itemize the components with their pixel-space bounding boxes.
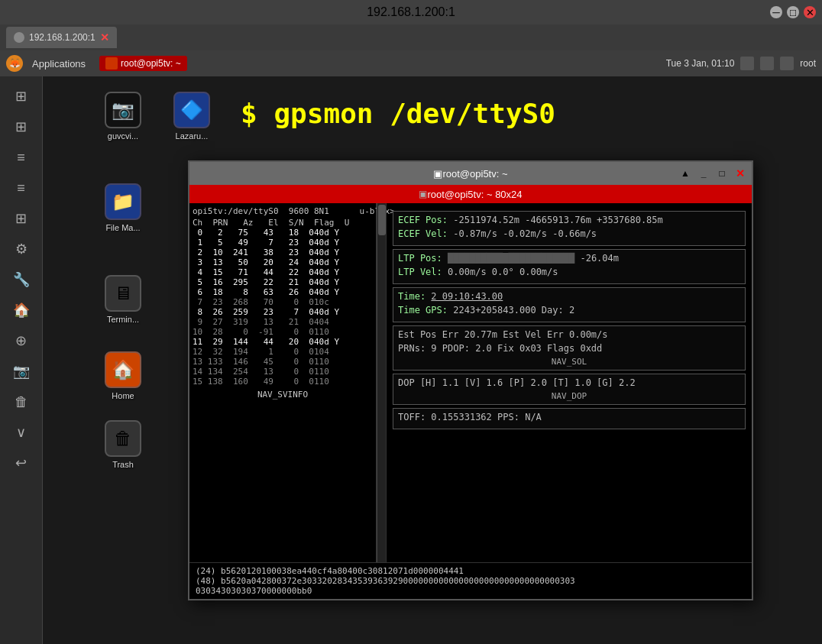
icon-lazarus[interactable]: 🔷 Lazaru...: [161, 92, 222, 141]
menubar-right: Tue 3 Jan, 01:10 root: [666, 57, 816, 70]
sidebar-btn-3[interactable]: ≡: [8, 144, 35, 171]
terminal-label-desktop: Termin...: [107, 315, 139, 324]
icon-terminal[interactable]: 🖥 Termin...: [92, 275, 154, 324]
clock-display: Tue 3 Jan, 01:10: [666, 58, 735, 69]
lazarus-icon: 🔷: [173, 92, 210, 128]
sidebar-btn-9[interactable]: ⊕: [8, 327, 35, 354]
satellite-row: 1 5 49 7 23 040d Y: [193, 238, 373, 248]
satellite-row: 4 15 71 44 22 040d Y: [193, 267, 373, 277]
icon-trash[interactable]: 🗑 Trash: [92, 420, 154, 469]
titlebar: 192.168.1.200:1 ─ □ ✕: [0, 0, 822, 24]
applications-icon: 🦊: [6, 55, 23, 72]
nav-sol-label: NAV_SOL: [398, 357, 740, 367]
gpsmon-menu-label: root@opi5tv: ~ 80x24: [427, 189, 522, 200]
filemanager-label: File Ma...: [105, 223, 140, 232]
hex-line-3: 03034303030370000000bb0: [196, 586, 746, 596]
lazarus-label: Lazaru...: [176, 131, 209, 141]
volume-icon: [780, 57, 794, 70]
tabbar: 192.168.1.200:1 ✕: [0, 24, 822, 50]
terminal-tab[interactable]: root@opi5tv: ~: [99, 56, 187, 71]
gpsmon-close-btn[interactable]: ✕: [733, 167, 747, 180]
sidebar-btn-6[interactable]: ⚙: [8, 235, 35, 263]
time-gps-value: 2243+205843.000 Day: 2: [453, 305, 574, 316]
gpsmon-window-icon: ▣: [433, 168, 442, 180]
filemanager-icon: 📁: [105, 183, 141, 220]
gpsmon-expand-btn[interactable]: ▲: [678, 167, 692, 180]
terminal-icon: [105, 57, 118, 70]
hex-line-1: (24) b5620120100038ea440cf4a80400c308120…: [196, 566, 746, 576]
sidebar: ⊞ ⊞ ≡ ≡ ⊞ ⚙ 🔧 🏠 ⊕ 📷 🗑 ∨ ↩: [0, 76, 43, 644]
ltp-pos-row: LTP Pos: ██████████ ████████████ -26.04m: [398, 253, 740, 264]
time-row: Time: 2 09:10:43.00: [398, 291, 740, 302]
terminal-icon-desktop: 🖥: [105, 275, 141, 312]
gpsmon-restore-btn[interactable]: □: [715, 167, 729, 180]
titlebar-title: 192.168.1.200:1: [367, 5, 455, 19]
gpsmon-titlebar-controls: ▲ _ □ ✕: [678, 167, 747, 180]
scrollbar[interactable]: [377, 203, 386, 562]
satellite-table: opi5tv:/dev/ttyS0 9600 8N1 u-blox> Ch PR…: [189, 203, 377, 562]
ltp-pos-end: -26.04m: [580, 253, 619, 264]
user-label: root: [800, 58, 816, 69]
toff-box: TOFF: 0.155331362 PPS: N/A: [393, 408, 746, 429]
sidebar-btn-11[interactable]: 🗑: [8, 388, 35, 416]
network-icon: [760, 57, 774, 70]
ecef-pane: ECEF Pos: -2511974.52m -4665913.76m +353…: [386, 203, 752, 562]
trash-icon: 🗑: [105, 420, 141, 457]
gpsmon-window: ▣ root@opi5tv: ~ ▲ _ □ ✕ ▣ root@opi5tv: …: [188, 160, 753, 600]
sidebar-btn-1[interactable]: ⊞: [8, 83, 35, 110]
desktop-area: $ gpsmon /dev/ttyS0 📷 guvcvi... 🔷 Lazaru…: [43, 76, 822, 644]
est-pos-row: Est Pos Err 20.77m Est Vel Err 0.00m/s: [398, 329, 740, 340]
applications-label[interactable]: Applications: [28, 57, 90, 71]
tab-close-button[interactable]: ✕: [100, 31, 109, 44]
satellite-row: 11 29 144 44 20 040d Y: [193, 337, 373, 347]
ltp-vel-row: LTP Vel: 0.00m/s 0.0° 0.00m/s: [398, 267, 740, 277]
sidebar-btn-10[interactable]: 📷: [8, 358, 35, 385]
ecef-vel-label: ECEF Vel:: [398, 228, 453, 239]
satellite-row: 13 133 146 45 0 0110: [193, 357, 373, 367]
nav-svinfo-label: NAV_SVINFO: [193, 390, 373, 400]
toff-value: TOFF: 0.155331362 PPS: N/A: [398, 412, 542, 422]
sidebar-btn-12[interactable]: ∨: [8, 419, 35, 446]
scrollbar-thumb: [378, 205, 386, 235]
desktop: ⊞ ⊞ ≡ ≡ ⊞ ⚙ 🔧 🏠 ⊕ 📷 🗑 ∨ ↩ $ gpsmon /dev/…: [0, 76, 822, 644]
sidebar-btn-5[interactable]: ⊞: [8, 205, 35, 232]
sidebar-btn-8[interactable]: 🏠: [8, 296, 35, 324]
hex-line-2: (48) b5620a042800372e3033202834353936392…: [196, 576, 746, 586]
tab-icon: [14, 32, 24, 43]
dop-value: DOP [H] 1.1 [V] 1.6 [P] 2.0 [T] 1.0 [G] …: [398, 377, 636, 388]
maximize-button[interactable]: □: [787, 6, 799, 18]
sidebar-btn-13[interactable]: ↩: [8, 449, 35, 477]
minimize-button[interactable]: ─: [770, 6, 782, 18]
ecef-pos-value: -2511974.52m -4665913.76m +3537680.85m: [453, 215, 663, 225]
close-button[interactable]: ✕: [804, 6, 816, 18]
sidebar-btn-2[interactable]: ⊞: [8, 113, 35, 141]
gpsmon-titlebar: ▣ root@opi5tv: ~ ▲ _ □ ✕: [189, 162, 752, 185]
hex-data: (24) b5620120100038ea440cf4a80400c308120…: [189, 562, 752, 599]
menubar: 🦊 Applications root@opi5tv: ~ Tue 3 Jan,…: [0, 50, 822, 76]
home-label: Home: [112, 391, 134, 400]
titlebar-controls: ─ □ ✕: [770, 6, 816, 18]
time-value: 2 09:10:43.00: [431, 291, 503, 302]
satellite-row: 9 27 319 13 21 0404: [193, 317, 373, 327]
satellite-row: 0 2 75 43 18 040d Y: [193, 228, 373, 238]
sidebar-btn-7[interactable]: 🔧: [8, 266, 35, 293]
gpsmon-minimize-btn[interactable]: _: [697, 167, 710, 180]
guvcvi-icon: 📷: [105, 92, 141, 128]
sidebar-btn-4[interactable]: ≡: [8, 174, 35, 202]
nav-dop-label: NAV_DOP: [398, 391, 740, 401]
device-line: opi5tv:/dev/ttyS0 9600 8N1 u-blox>: [193, 206, 373, 216]
active-tab[interactable]: 192.168.1.200:1 ✕: [6, 27, 117, 48]
ecef-vel-value: -0.87m/s -0.02m/s -0.66m/s: [453, 228, 597, 239]
ltp-pos-label: LTP Pos:: [398, 253, 448, 264]
satellite-row: 8 26 259 23 7 040d Y: [193, 307, 373, 317]
ecef-vel: ECEF Vel: -0.87m/s -0.02m/s -0.66m/s: [398, 228, 740, 239]
terminal-label: root@opi5tv: ~: [121, 58, 181, 69]
guvcvi-label: guvcvi...: [108, 131, 138, 141]
satellite-row: 7 23 268 70 0 010c: [193, 297, 373, 307]
applications-menu[interactable]: 🦊 Applications: [6, 55, 90, 72]
gpsmon-menu: ▣ root@opi5tv: ~ 80x24: [189, 185, 752, 203]
satellite-row: 10 28 0 -91 0 0110: [193, 327, 373, 337]
icon-filemanager[interactable]: 📁 File Ma...: [92, 183, 154, 232]
icon-guvcvi[interactable]: 📷 guvcvi...: [92, 92, 154, 141]
icon-home[interactable]: 🏠 Home: [92, 351, 154, 400]
